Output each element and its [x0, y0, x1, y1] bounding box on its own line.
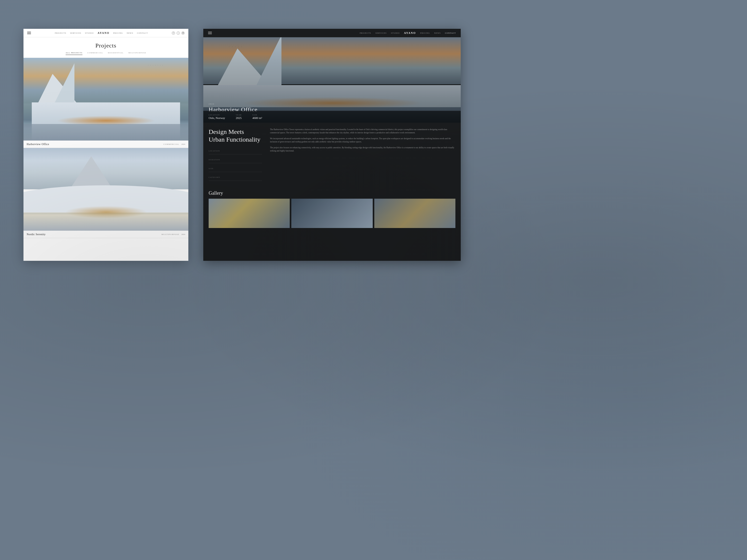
filter-multipurpose[interactable]: MULTIPURPOSE — [128, 52, 146, 55]
stat-year-label: YEAR — [236, 114, 242, 116]
right-panel: PROJECTS SERVICES STUDIO AYANO PRICING N… — [203, 29, 461, 261]
stat-location-value: Oslo, Norway — [209, 116, 225, 119]
detail-location-key: Location — [209, 150, 220, 152]
content-paragraph-3: The project also focuses on enhancing co… — [270, 146, 456, 153]
project-2-meta: Nordic Serenity MULTIPURPOSE 2024 — [24, 231, 188, 238]
gallery-images — [209, 199, 456, 228]
detail-location: Location — [209, 148, 262, 154]
instagram-icon[interactable]: ☉ — [172, 31, 175, 35]
left-panel: PROJECTS SERVICES STUDIO AYANO PRICING N… — [24, 29, 188, 261]
gallery-section: Gallery — [203, 186, 461, 228]
right-nav-pricing[interactable]: PRICING — [420, 32, 430, 34]
left-nav-icons: ☉ ○ ☰ — [172, 31, 185, 35]
stat-size-value: 4680 m² — [252, 116, 262, 119]
project-2-name: Nordic Serenity — [27, 233, 46, 236]
project-1-tag: COMMERCIAL — [163, 143, 179, 145]
left-nav-projects[interactable]: PROJECTS — [55, 32, 67, 34]
content-paragraph-1: The Harborview Office Tower represents a… — [270, 128, 456, 134]
right-nav-projects[interactable]: PROJECTS — [360, 32, 371, 34]
gallery-thumb-2[interactable] — [291, 199, 372, 228]
right-hamburger-menu[interactable] — [208, 32, 212, 34]
filter-commercial[interactable]: COMMERCIAL — [87, 52, 103, 55]
right-navbar: PROJECTS SERVICES STUDIO AYANO PRICING N… — [203, 29, 461, 37]
stat-location: LOCATION Oslo, Norway — [209, 114, 225, 119]
content-right: The Harborview Office Tower represents a… — [270, 128, 456, 181]
detail-category: Category — [209, 174, 262, 181]
right-site-logo: AYANO — [404, 31, 416, 34]
hero-subtitle: 2024 — [209, 103, 456, 105]
stat-size: SIZE 4680 m² — [252, 114, 262, 119]
right-hamburger-line-2 — [208, 33, 212, 33]
content-left: Design Meets Urban Functionality Locatio… — [209, 128, 262, 181]
project-1-tags: COMMERCIAL 2024 — [163, 143, 185, 145]
filter-tabs: ALL PROJECTS COMMERCIAL RESIDENTIAL MULT… — [24, 52, 188, 58]
project-1-image-container[interactable]: · · · · · · · — [24, 58, 188, 140]
stat-year: YEAR 2025 — [236, 114, 242, 119]
stat-size-label: SIZE — [252, 114, 262, 116]
gallery-thumb-3[interactable] — [374, 199, 456, 228]
content-paragraph-2: We incorporated advanced sustainable tec… — [270, 137, 456, 143]
left-nav-services[interactable]: SERVICES — [70, 32, 81, 34]
social-icon-2[interactable]: ○ — [177, 31, 180, 35]
detail-duration: Duration — [209, 157, 262, 163]
detail-size-key: Size — [209, 167, 214, 169]
left-site-logo: AYANO — [98, 31, 110, 34]
stat-location-label: LOCATION — [209, 114, 225, 116]
hamburger-line-3 — [27, 34, 31, 34]
gallery-thumb-1[interactable] — [209, 199, 290, 228]
right-nav-links: PROJECTS SERVICES STUDIO AYANO PRICING N… — [360, 31, 456, 34]
arch1-water — [24, 124, 188, 140]
social-icon-3[interactable]: ☰ — [181, 31, 185, 35]
content-heading: Design Meets Urban Functionality — [209, 128, 262, 143]
right-nav-news[interactable]: NEWS — [434, 32, 441, 34]
arch1-birds: · · · · · · · — [148, 64, 164, 66]
project-1-meta: Harborview Office COMMERCIAL 2024 — [24, 140, 188, 148]
arch2-water — [24, 213, 188, 231]
gallery-title: Gallery — [209, 190, 456, 196]
heading-line-1: Design Meets — [209, 128, 244, 135]
arch1-building-right — [53, 63, 74, 106]
stat-year-value: 2025 — [236, 116, 242, 119]
right-hamburger-line-1 — [208, 32, 212, 32]
hamburger-menu[interactable] — [27, 32, 31, 34]
project-1-image: · · · · · · · — [24, 58, 188, 140]
left-navbar: PROJECTS SERVICES STUDIO AYANO PRICING N… — [24, 29, 188, 37]
left-nav-studio[interactable]: STUDIO — [85, 32, 94, 34]
detail-size: Size — [209, 165, 262, 172]
project-1-year: 2024 — [181, 143, 185, 145]
heading-line-2: Urban Functionality — [209, 136, 260, 143]
page-title: Projects — [24, 37, 188, 52]
detail-list: Location Duration Size Category — [209, 148, 262, 181]
right-nav-contact[interactable]: CONTACT — [445, 32, 456, 34]
filter-all[interactable]: ALL PROJECTS — [66, 52, 82, 55]
project-2-tag: MULTIPURPOSE — [161, 233, 179, 236]
left-nav-news[interactable]: NEWS — [127, 32, 133, 34]
project-2-image — [24, 148, 188, 231]
left-nav-links: PROJECTS SERVICES STUDIO AYANO PRICING N… — [55, 31, 148, 34]
right-nav-studio[interactable]: STUDIO — [391, 32, 400, 34]
hero-overlay: 2024 Harborview Office — [203, 37, 461, 123]
filter-residential[interactable]: RESIDENTIAL — [108, 52, 124, 55]
hamburger-line-2 — [27, 33, 31, 33]
gallery-thumb-2-image — [291, 199, 372, 228]
left-nav-pricing[interactable]: PRICING — [113, 32, 123, 34]
stats-row: LOCATION Oslo, Norway YEAR 2025 SIZE 468… — [203, 111, 461, 123]
project-2-tags: MULTIPURPOSE 2024 — [161, 233, 185, 236]
right-content: Design Meets Urban Functionality Locatio… — [203, 123, 461, 186]
left-nav-contact[interactable]: CONTACT — [137, 32, 148, 34]
right-hamburger-line-3 — [208, 34, 212, 34]
project-1-name: Harborview Office — [27, 143, 49, 145]
gallery-thumb-1-image — [209, 199, 290, 228]
detail-duration-key: Duration — [209, 159, 220, 161]
right-hero-section: · · · · · 2024 Harborview Office LOCATIO… — [203, 37, 461, 123]
hamburger-line-1 — [27, 32, 31, 32]
right-nav-services[interactable]: SERVICES — [376, 32, 387, 34]
project-2-image-container[interactable] — [24, 148, 188, 231]
detail-category-key: Category — [209, 176, 221, 178]
project-2-year: 2024 — [181, 233, 185, 236]
